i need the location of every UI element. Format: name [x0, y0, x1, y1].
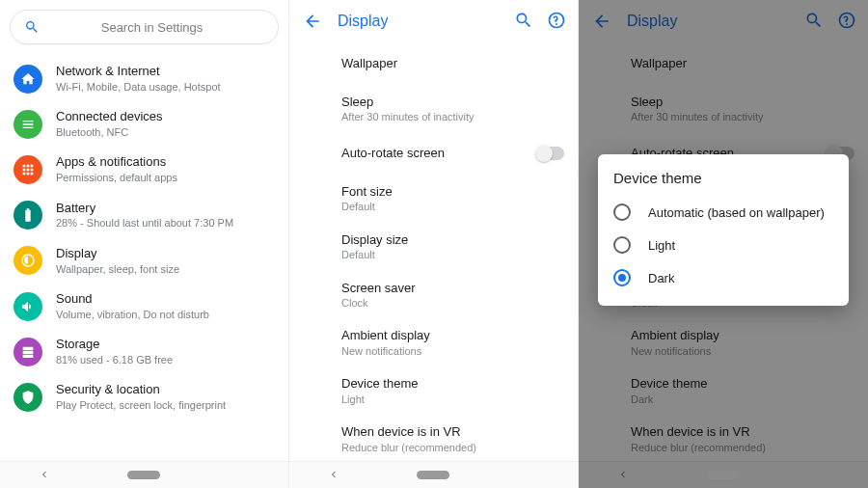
settings-item-storage[interactable]: Storage81% used - 6.18 GB free: [0, 329, 288, 374]
settings-item-title: Sound: [56, 291, 209, 308]
nav-home-pill[interactable]: [417, 471, 449, 479]
display-item-sub: Reduce blur (recommended): [341, 441, 562, 454]
security-icon: [14, 383, 42, 412]
display-item-title: Screen saver: [341, 280, 562, 297]
theme-option-label: Dark: [648, 271, 674, 285]
display-settings-pane-dialog: Display WallpaperSleepAfter 30 minutes o…: [579, 0, 868, 488]
search-action[interactable]: [501, 11, 533, 33]
settings-item-title: Display: [56, 246, 179, 262]
sound-icon: [14, 292, 42, 321]
display-item[interactable]: Wallpaper: [289, 42, 578, 85]
display-icon: [14, 246, 42, 275]
settings-item-text: Storage81% used - 6.18 GB free: [56, 337, 173, 366]
theme-option[interactable]: Dark: [613, 261, 833, 294]
theme-option-label: Light: [648, 238, 675, 253]
settings-item-apps[interactable]: Apps & notificationsPermissions, default…: [0, 147, 288, 192]
display-item-sub: Clock: [341, 296, 562, 310]
settings-item-title: Battery: [56, 201, 233, 217]
settings-item-text: Battery28% - Should last until about 7:3…: [56, 201, 233, 230]
search-box[interactable]: [10, 10, 279, 44]
radio-button[interactable]: [613, 236, 631, 254]
settings-item-sub: 28% - Should last until about 7:30 PM: [56, 216, 233, 230]
settings-item-text: Security & locationPlay Protect, screen …: [56, 382, 226, 412]
settings-item-title: Apps & notifications: [56, 154, 177, 171]
display-item-sub: After 30 minutes of inactivity: [341, 110, 562, 123]
display-item[interactable]: Font sizeDefault: [289, 175, 578, 223]
display-item-title: Ambient display: [341, 327, 562, 344]
display-item[interactable]: Ambient displayNew notifications: [289, 318, 578, 366]
devices-icon: [14, 110, 42, 139]
nav-back-button[interactable]: [40, 468, 49, 482]
display-item-sub: Light: [341, 393, 562, 406]
settings-item-text: Connected devicesBluetooth, NFC: [56, 109, 163, 139]
display-item[interactable]: Display sizeDefault: [289, 223, 578, 271]
display-item[interactable]: Device themeLight: [289, 366, 578, 415]
settings-item-sub: Volume, vibration, Do not disturb: [56, 308, 209, 321]
settings-item-text: DisplayWallpaper, sleep, font size: [56, 246, 179, 276]
page-title: Display: [324, 13, 501, 30]
display-item-title: Sleep: [341, 94, 562, 111]
search-icon: [24, 19, 40, 35]
settings-item-title: Network & Internet: [56, 64, 221, 80]
display-settings-pane-light: Display WallpaperSleepAfter 30 minutes o…: [289, 0, 579, 488]
help-icon: [547, 11, 566, 30]
settings-item-display[interactable]: DisplayWallpaper, sleep, font size: [0, 238, 288, 284]
settings-item-devices[interactable]: Connected devicesBluetooth, NFC: [0, 101, 288, 147]
help-action[interactable]: [533, 11, 566, 33]
display-item-sub: Default: [341, 248, 562, 261]
settings-item-title: Security & location: [56, 382, 226, 398]
search-input[interactable]: [40, 20, 264, 35]
display-item-title: Device theme: [341, 375, 562, 393]
settings-item-sub: Play Protect, screen lock, fingerprint: [56, 398, 226, 412]
theme-option[interactable]: Automatic (based on wallpaper): [613, 196, 833, 229]
nav-back-button[interactable]: [329, 468, 339, 482]
display-item[interactable]: Screen saverClock: [289, 271, 578, 319]
settings-item-text: SoundVolume, vibration, Do not disturb: [56, 291, 209, 321]
settings-item-sub: Bluetooth, NFC: [56, 125, 163, 139]
settings-item-sub: Permissions, default apps: [56, 171, 177, 184]
nav-home-pill[interactable]: [127, 471, 160, 479]
device-theme-dialog: Device theme Automatic (based on wallpap…: [598, 154, 849, 306]
settings-item-text: Network & InternetWi-Fi, Mobile, Data us…: [56, 64, 221, 94]
network-icon: [14, 65, 42, 94]
nav-bar: [289, 461, 578, 488]
display-item-title: When device is in VR: [341, 423, 562, 441]
settings-item-sound[interactable]: SoundVolume, vibration, Do not disturb: [0, 284, 288, 329]
display-item[interactable]: SleepAfter 30 minutes of inactivity: [289, 85, 578, 133]
apps-icon: [14, 155, 42, 184]
display-item[interactable]: Auto-rotate screen: [289, 132, 578, 175]
battery-icon: [14, 201, 42, 230]
settings-item-sub: 81% used - 6.18 GB free: [56, 353, 173, 366]
nav-bar: [0, 461, 288, 488]
back-button[interactable]: [301, 12, 324, 31]
app-bar: Display: [289, 0, 578, 42]
toggle-switch[interactable]: [537, 147, 564, 160]
display-item-title: Auto-rotate screen: [341, 141, 562, 166]
settings-item-title: Storage: [56, 337, 173, 353]
display-item-title: Display size: [341, 231, 562, 249]
settings-item-network[interactable]: Network & InternetWi-Fi, Mobile, Data us…: [0, 56, 288, 101]
theme-option-label: Automatic (based on wallpaper): [648, 205, 825, 220]
settings-item-title: Connected devices: [56, 109, 163, 125]
settings-item-sub: Wi-Fi, Mobile, Data usage, Hotspot: [56, 80, 221, 94]
dialog-title: Device theme: [613, 170, 833, 186]
settings-item-security[interactable]: Security & locationPlay Protect, screen …: [0, 374, 288, 420]
display-item-title: Font size: [341, 183, 562, 201]
settings-item-sub: Wallpaper, sleep, font size: [56, 262, 179, 276]
storage-icon: [14, 338, 42, 366]
settings-item-battery[interactable]: Battery28% - Should last until about 7:3…: [0, 193, 288, 238]
display-settings-list: WallpaperSleepAfter 30 minutes of inacti…: [289, 42, 578, 461]
display-item-title: Wallpaper: [341, 51, 562, 76]
settings-list: Network & InternetWi-Fi, Mobile, Data us…: [0, 50, 288, 461]
display-item-sub: Default: [341, 200, 562, 213]
radio-button[interactable]: [613, 269, 631, 286]
radio-button[interactable]: [613, 203, 631, 221]
settings-main-pane: Network & InternetWi-Fi, Mobile, Data us…: [0, 0, 289, 488]
theme-option[interactable]: Light: [613, 229, 833, 261]
display-item-sub: New notifications: [341, 344, 562, 358]
settings-item-text: Apps & notificationsPermissions, default…: [56, 154, 177, 184]
search-wrap: [0, 0, 288, 50]
search-icon: [514, 11, 533, 30]
display-item[interactable]: When device is in VRReduce blur (recomme…: [289, 415, 578, 461]
